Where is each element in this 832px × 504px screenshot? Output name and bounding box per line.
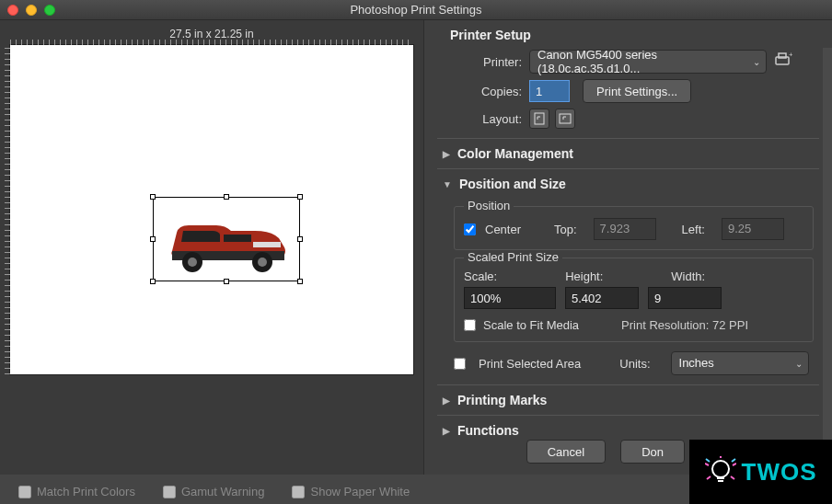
center-label: Center [485,223,521,236]
position-size-section[interactable]: ▼ Position and Size [437,168,819,199]
svg-rect-5 [253,242,281,247]
units-select[interactable]: Inches ⌄ [671,351,809,375]
svg-point-11 [712,461,729,477]
units-value: Inches [679,356,714,370]
scrollbar[interactable] [823,48,832,475]
scale-to-fit-label: Scale to Fit Media [483,318,579,332]
position-legend: Position [464,199,514,212]
chevron-right-icon: ▶ [443,149,450,159]
svg-rect-9 [535,113,544,124]
resize-handle[interactable] [150,279,156,284]
cancel-button[interactable]: Cancel [526,440,606,464]
print-selected-area-label: Print Selected Area [479,357,581,371]
section-label: Position and Size [459,177,566,191]
units-label: Units: [619,357,650,371]
show-paper-white-checkbox [292,486,305,498]
scale-input[interactable] [464,287,556,309]
section-label: Functions [457,423,519,438]
chevron-right-icon: ▶ [443,395,450,406]
printer-setup-heading: Printer Setup [450,28,819,42]
add-printer-icon[interactable]: + [774,52,792,73]
height-label: Height: [565,269,603,283]
top-label: Top: [554,223,577,236]
image-bounding-box[interactable] [153,197,300,281]
chevron-down-icon: ⌄ [753,57,760,67]
resize-handle[interactable] [224,194,229,200]
twos-text: TWOS [742,458,817,487]
window-title: Photoshop Print Settings [0,3,832,17]
svg-point-2 [188,258,197,267]
svg-text:+: + [789,52,792,59]
gamut-warning-label: Gamut Warning [181,485,265,498]
show-paper-white-label: Show Paper White [310,485,410,498]
settings-panel: Printer Setup Printer: Canon MG5400 seri… [423,20,832,475]
match-print-colors-label: Match Print Colors [37,485,135,498]
titlebar: Photoshop Print Settings [0,0,832,20]
resize-handle[interactable] [297,279,303,284]
print-resolution: Print Resolution: 72 PPI [621,318,748,332]
chevron-down-icon: ▼ [443,179,452,189]
scale-label: Scale: [464,269,497,283]
preview-options: Match Print Colors Gamut Warning Show Pa… [18,485,410,498]
resize-handle[interactable] [150,194,156,200]
resize-handle[interactable] [150,236,156,242]
copies-input[interactable] [529,80,570,102]
truck-image [163,205,292,275]
width-input[interactable] [648,287,722,309]
lightbulb-icon [705,456,736,487]
svg-point-4 [258,258,267,267]
width-label: Width: [671,269,705,283]
resize-handle[interactable] [297,194,303,200]
color-management-section[interactable]: ▶ Color Management [437,138,819,168]
preview-panel: 27.5 in x 21.25 in [0,20,423,475]
copies-label: Copies: [450,85,522,98]
done-button[interactable]: Don [620,440,685,464]
printer-label: Printer: [450,55,522,69]
layout-portrait-button[interactable] [529,109,549,129]
layout-landscape-button[interactable] [555,109,575,129]
position-fieldset: Position Center Top: 7.923 Left: 9.25 [454,206,814,250]
resize-handle[interactable] [297,236,303,242]
match-print-colors-checkbox [18,486,31,498]
svg-rect-7 [779,53,786,58]
center-checkbox[interactable] [464,223,476,235]
top-value: 7.923 [594,218,656,240]
printer-value: Canon MG5400 series (18.0c.ac.35.d1.0... [537,48,745,75]
chevron-down-icon: ⌄ [795,359,803,369]
printing-marks-section[interactable]: ▶ Printing Marks [437,384,819,415]
layout-label: Layout: [450,112,522,126]
resize-handle[interactable] [224,279,229,284]
scale-to-fit-checkbox[interactable] [464,319,476,331]
section-label: Color Management [457,146,573,161]
left-value: 9.25 [722,218,784,240]
section-label: Printing Marks [457,393,547,407]
svg-rect-10 [560,114,571,123]
chevron-right-icon: ▶ [443,426,450,436]
print-selected-area-checkbox[interactable] [454,358,466,370]
gamut-warning-checkbox [163,486,176,498]
printer-select[interactable]: Canon MG5400 series (18.0c.ac.35.d1.0...… [529,50,767,74]
height-input[interactable] [565,287,639,309]
scaled-legend: Scaled Print Size [464,250,562,264]
canvas-dimensions: 27.5 in x 21.25 in [169,28,253,40]
twos-watermark: TWOS [689,440,832,504]
print-settings-button[interactable]: Print Settings... [583,79,691,103]
scaled-print-fieldset: Scaled Print Size Scale: Height: Width: … [454,258,814,342]
left-label: Left: [682,223,705,236]
print-canvas[interactable] [9,44,414,375]
